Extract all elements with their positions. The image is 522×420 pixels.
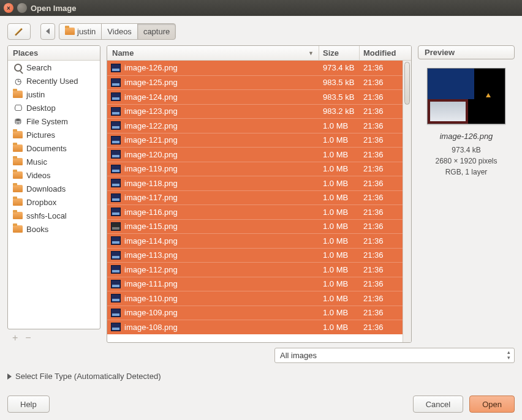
image-file-icon	[111, 64, 121, 72]
places-item-downloads[interactable]: Downloads	[8, 182, 100, 195]
places-item-dropbox[interactable]: Dropbox	[8, 195, 100, 209]
places-item-label: Documents	[26, 144, 67, 153]
file-row[interactable]: image-120.png1.0 MB21:36	[107, 147, 403, 162]
file-row[interactable]: image-110.png1.0 MB21:36	[107, 291, 403, 306]
scrollbar-thumb[interactable]	[404, 62, 410, 105]
file-list-panel: Name▼ Size Modified image-126.png973.4 k…	[107, 45, 412, 343]
folder-icon	[13, 197, 23, 207]
places-item-search[interactable]: Search	[8, 61, 100, 74]
chevron-left-icon	[46, 28, 50, 34]
image-file-icon	[111, 280, 121, 288]
open-button[interactable]: Open	[469, 396, 515, 413]
file-row[interactable]: image-117.png1.0 MB21:36	[107, 190, 403, 205]
help-button[interactable]: Help	[7, 396, 50, 413]
places-item-justin[interactable]: justin	[8, 88, 100, 101]
folder-icon	[13, 211, 23, 220]
file-size: 1.0 MB	[319, 150, 360, 159]
file-size: 1.0 MB	[319, 265, 360, 274]
file-row[interactable]: image-111.png1.0 MB21:36	[107, 277, 403, 291]
file-name: image-110.png	[124, 294, 178, 303]
file-row[interactable]: image-118.png1.0 MB21:36	[107, 176, 403, 190]
file-list-scrollbar[interactable]	[403, 61, 411, 342]
folder-icon	[13, 170, 23, 180]
breadcrumb-label: Videos	[107, 27, 132, 36]
folder-icon	[13, 157, 23, 167]
path-edit-button[interactable]	[7, 23, 31, 40]
places-item-pictures[interactable]: Pictures	[8, 128, 100, 141]
file-row[interactable]: image-116.png1.0 MB21:36	[107, 204, 403, 219]
image-file-icon	[111, 193, 121, 202]
breadcrumb-label: justin	[77, 27, 96, 36]
column-header-size[interactable]: Size	[319, 46, 360, 60]
window-close-button[interactable]: ×	[4, 3, 13, 13]
file-filter-select[interactable]: All images ▴▾	[274, 348, 515, 363]
column-header-name[interactable]: Name▼	[107, 46, 319, 60]
file-size: 1.0 MB	[319, 208, 360, 217]
file-type-label: Select File Type (Automatically Detected…	[15, 372, 161, 381]
places-item-label: Dropbox	[26, 198, 56, 207]
places-item-recently-used[interactable]: ◷Recently Used	[8, 74, 100, 88]
places-item-desktop[interactable]: 🖵Desktop	[8, 101, 100, 114]
file-row[interactable]: image-124.png983.5 kB21:36	[107, 89, 403, 104]
image-file-icon	[111, 92, 121, 101]
file-row[interactable]: image-122.png1.0 MB21:36	[107, 118, 403, 133]
file-row[interactable]: image-109.png1.0 MB21:36	[107, 306, 403, 320]
places-item-file-system[interactable]: ⛃File System	[8, 114, 100, 128]
file-name: image-117.png	[124, 193, 178, 202]
file-row[interactable]: image-126.png973.4 kB21:36	[107, 61, 403, 75]
cancel-button[interactable]: Cancel	[413, 396, 463, 413]
places-item-label: Music	[26, 157, 47, 167]
remove-bookmark-button[interactable]: −	[25, 333, 31, 343]
window-minimize-button[interactable]	[17, 3, 27, 13]
file-row[interactable]: image-125.png983.5 kB21:36	[107, 75, 403, 90]
places-item-sshfs-local[interactable]: sshfs-Local	[8, 209, 100, 222]
image-file-icon	[111, 136, 121, 144]
file-row[interactable]: image-119.png1.0 MB21:36	[107, 162, 403, 176]
file-name: image-119.png	[124, 164, 178, 173]
file-size: 1.0 MB	[319, 121, 360, 130]
folder-icon	[13, 224, 23, 234]
file-size: 1.0 MB	[319, 164, 360, 173]
file-name: image-111.png	[124, 279, 178, 288]
places-item-documents[interactable]: Documents	[8, 141, 100, 155]
file-row[interactable]: image-123.png983.2 kB21:36	[107, 104, 403, 119]
file-modified: 21:36	[360, 222, 403, 231]
file-modified: 21:36	[360, 193, 403, 202]
breadcrumb-capture[interactable]: capture	[137, 23, 176, 40]
file-row[interactable]: image-113.png1.0 MB21:36	[107, 248, 403, 263]
file-name: image-118.png	[124, 179, 178, 188]
places-item-label: Desktop	[26, 103, 56, 113]
path-back-button[interactable]	[40, 23, 55, 40]
file-name: image-114.png	[124, 236, 178, 246]
file-size: 1.0 MB	[319, 236, 360, 246]
places-item-videos[interactable]: Videos	[8, 168, 100, 182]
file-row[interactable]: image-115.png1.0 MB21:36	[107, 219, 403, 234]
breadcrumb-videos[interactable]: Videos	[101, 23, 138, 40]
file-row[interactable]: image-121.png1.0 MB21:36	[107, 133, 403, 148]
image-file-icon	[111, 236, 121, 245]
file-modified: 21:36	[360, 294, 403, 303]
file-name: image-116.png	[124, 208, 178, 217]
places-item-books[interactable]: Books	[8, 222, 100, 236]
places-item-label: Books	[26, 225, 48, 234]
breadcrumb-justin[interactable]: justin	[59, 23, 102, 40]
file-row[interactable]: image-114.png1.0 MB21:36	[107, 233, 403, 248]
window-title: Open Image	[31, 4, 76, 13]
file-modified: 21:36	[360, 150, 403, 159]
file-row[interactable]: image-112.png1.0 MB21:36	[107, 262, 403, 277]
places-header: Places	[8, 46, 100, 61]
file-type-expander[interactable]: Select File Type (Automatically Detected…	[7, 368, 515, 381]
file-modified: 21:36	[360, 78, 403, 87]
file-size: 1.0 MB	[319, 179, 360, 188]
preview-header: Preview	[418, 45, 515, 59]
file-row[interactable]: image-108.png1.0 MB21:36	[107, 320, 403, 334]
image-file-icon	[111, 294, 121, 302]
folder-icon	[13, 143, 23, 153]
places-item-label: sshfs-Local	[26, 211, 67, 220]
file-name: image-126.png	[124, 63, 178, 72]
places-item-music[interactable]: Music	[8, 155, 100, 168]
column-header-modified[interactable]: Modified	[360, 46, 403, 60]
add-bookmark-button[interactable]: +	[12, 333, 18, 343]
file-name: image-120.png	[124, 150, 178, 159]
file-name: image-112.png	[124, 265, 178, 274]
